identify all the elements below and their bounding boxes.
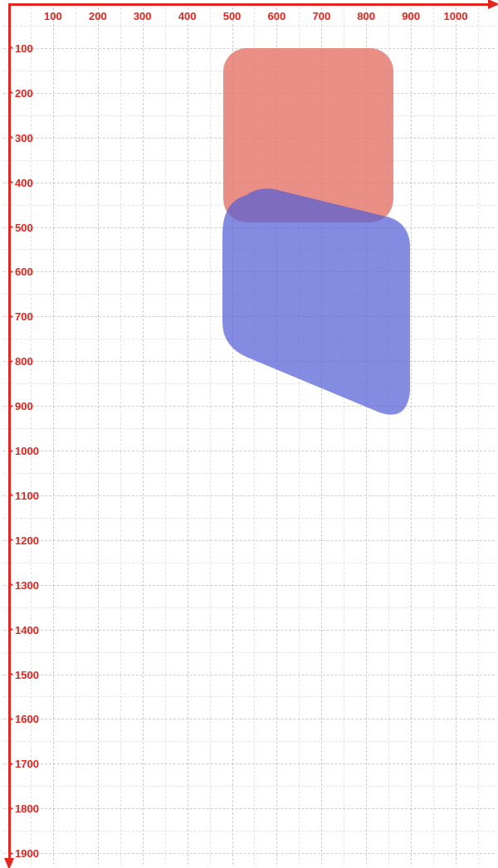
y-tick: 1100 xyxy=(15,489,39,501)
y-tick: 800 xyxy=(15,355,33,368)
y-tick: 1400 xyxy=(15,623,39,636)
coordinate-canvas: 1002003004005006007008009001000 10020030… xyxy=(0,0,498,868)
y-tick: 600 xyxy=(15,266,33,278)
x-tick: 800 xyxy=(357,10,375,22)
x-axis-arrow-icon xyxy=(488,0,498,9)
blue-parallelogram xyxy=(222,168,410,414)
y-tick: 100 xyxy=(15,41,33,54)
x-tick: 600 xyxy=(268,10,286,22)
x-tick: 1000 xyxy=(444,10,468,22)
y-tick: 900 xyxy=(15,400,33,412)
y-tick: 1200 xyxy=(15,534,39,546)
x-tick: 200 xyxy=(89,10,107,22)
y-tick: 500 xyxy=(15,221,33,233)
y-axis xyxy=(8,3,11,865)
x-axis xyxy=(8,3,495,6)
y-tick: 1800 xyxy=(15,802,39,815)
y-axis-arrow-icon xyxy=(4,858,14,868)
y-tick: 400 xyxy=(15,176,33,188)
x-tick: 100 xyxy=(44,10,62,22)
x-tick: 500 xyxy=(223,10,242,22)
y-tick: 700 xyxy=(15,310,33,323)
y-tick: 300 xyxy=(15,131,33,144)
x-tick: 400 xyxy=(178,10,197,22)
y-tick: 1300 xyxy=(15,578,39,591)
y-tick: 1900 xyxy=(15,847,39,860)
y-tick: 1700 xyxy=(15,758,39,770)
x-tick: 300 xyxy=(134,10,152,22)
y-tick: 1600 xyxy=(15,713,39,725)
y-tick: 200 xyxy=(15,86,33,99)
y-tick: 1500 xyxy=(15,668,39,680)
y-tick: 1000 xyxy=(15,445,39,457)
x-tick: 700 xyxy=(312,10,330,22)
x-tick: 900 xyxy=(402,10,420,22)
